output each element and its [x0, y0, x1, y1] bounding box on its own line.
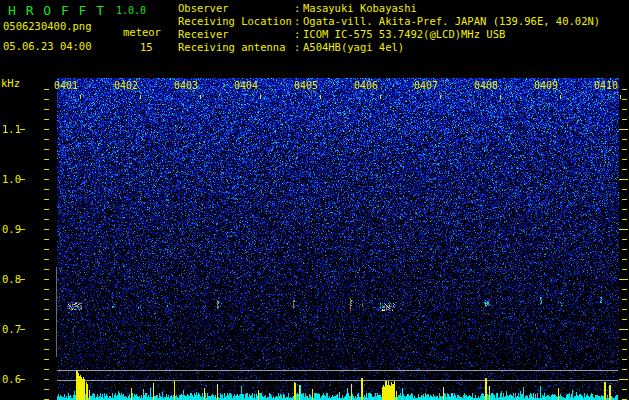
time-tick-label: 0405: [291, 80, 321, 91]
freq-minor-tick-right: [622, 269, 627, 270]
freq-minor-tick-right: [622, 249, 627, 250]
freq-minor-tick: [44, 99, 49, 100]
freq-minor-tick: [44, 209, 49, 210]
freq-minor-tick: [44, 239, 49, 240]
freq-minor-tick-right: [622, 99, 627, 100]
freq-minor-tick: [44, 199, 49, 200]
output-filename: 0506230400.png: [3, 20, 92, 32]
info-value: A504HB(yagi 4el): [303, 41, 404, 53]
info-label: Receiving Location: [178, 15, 294, 28]
freq-minor-tick-right: [622, 289, 627, 290]
time-tick: [500, 95, 501, 99]
time-tick: [140, 95, 141, 99]
freq-minor-tick: [44, 89, 49, 90]
freq-minor-tick: [44, 339, 49, 340]
freq-minor-tick: [44, 119, 49, 120]
freq-minor-tick: [44, 279, 49, 280]
freq-minor-tick-right: [622, 149, 627, 150]
freq-major-tick-right: [619, 179, 628, 180]
freq-minor-tick-right: [622, 349, 627, 350]
time-tick: [440, 95, 441, 99]
info-value: Ogata-vill. Akita-Pref. JAPAN (139.96E, …: [303, 15, 600, 27]
time-tick-label: 0406: [351, 80, 381, 91]
freq-minor-tick-right: [622, 369, 627, 370]
station-info-row: Receiver:ICOM IC-575 53.7492(@LCD)MHz US…: [178, 28, 600, 41]
info-value: Masayuki Kobayashi: [303, 2, 417, 14]
freq-tick-label: 0.6: [2, 373, 21, 385]
time-tick-label: 0410: [591, 80, 621, 91]
freq-major-tick: [20, 129, 25, 130]
freq-minor-tick-right: [622, 189, 627, 190]
observation-mode-label: meteor: [123, 26, 161, 38]
hrofft-screen: H R O F F T 1.0.0 0506230400.png meteor …: [0, 0, 629, 400]
freq-minor-tick: [44, 379, 49, 380]
freq-minor-tick-right: [622, 339, 627, 340]
freq-axis-unit-label: kHz: [1, 77, 20, 89]
freq-minor-tick: [44, 159, 49, 160]
freq-minor-tick-right: [622, 199, 627, 200]
freq-minor-tick-right: [622, 389, 627, 390]
freq-tick-label: 1.0: [2, 173, 21, 185]
freq-major-tick: [20, 379, 25, 380]
freq-major-tick-right: [619, 379, 628, 380]
station-info-row: Receiving antenna:A504HB(yagi 4el): [178, 41, 600, 54]
freq-major-tick-right: [619, 329, 628, 330]
freq-minor-tick-right: [622, 219, 627, 220]
freq-major-tick-right: [619, 129, 628, 130]
info-separator: :: [294, 2, 303, 15]
freq-minor-tick-right: [622, 309, 627, 310]
freq-major-tick: [20, 329, 25, 330]
info-label: Observer: [178, 2, 294, 15]
freq-minor-tick-right: [622, 259, 627, 260]
freq-major-tick-right: [619, 229, 628, 230]
freq-minor-tick-right: [622, 359, 627, 360]
info-separator: :: [294, 28, 303, 41]
time-tick: [380, 95, 381, 99]
freq-minor-tick: [44, 329, 49, 330]
freq-minor-tick-right: [622, 139, 627, 140]
freq-major-tick: [20, 279, 25, 280]
freq-minor-tick: [44, 309, 49, 310]
freq-minor-tick-right: [622, 239, 627, 240]
freq-tick-label: 0.7: [2, 323, 21, 335]
freq-tick-label: 0.8: [2, 273, 21, 285]
freq-minor-tick: [44, 129, 49, 130]
time-tick-label: 0407: [411, 80, 441, 91]
freq-minor-tick-right: [622, 169, 627, 170]
time-tick: [560, 95, 561, 99]
info-label: Receiving antenna: [178, 41, 294, 54]
station-info-row: Observer:Masayuki Kobayashi: [178, 2, 600, 15]
freq-minor-tick-right: [622, 89, 627, 90]
freq-minor-tick: [44, 169, 49, 170]
freq-minor-tick: [44, 319, 49, 320]
time-tick-label: 0408: [471, 80, 501, 91]
time-tick: [200, 95, 201, 99]
freq-major-tick: [20, 179, 25, 180]
app-version: 1.0.0: [116, 5, 146, 16]
freq-minor-tick: [44, 359, 49, 360]
freq-minor-tick: [44, 369, 49, 370]
meteor-count: 15: [140, 41, 153, 53]
freq-tick-label: 0.9: [2, 223, 21, 235]
time-tick: [260, 95, 261, 99]
spectrogram-canvas: [57, 78, 619, 400]
time-tick-label: 0409: [531, 80, 561, 91]
freq-major-tick-right: [619, 279, 628, 280]
freq-minor-tick-right: [622, 159, 627, 160]
info-separator: :: [294, 41, 303, 54]
freq-minor-tick: [44, 389, 49, 390]
freq-minor-tick: [44, 189, 49, 190]
freq-minor-tick-right: [622, 119, 627, 120]
freq-minor-tick: [44, 149, 49, 150]
freq-minor-tick: [44, 349, 49, 350]
info-value: ICOM IC-575 53.7492(@LCD)MHz USB: [303, 28, 505, 40]
station-info-block: Observer:Masayuki KobayashiReceiving Loc…: [178, 2, 600, 54]
freq-minor-tick-right: [622, 299, 627, 300]
info-separator: :: [294, 15, 303, 28]
level-scale-line: [56, 267, 57, 357]
freq-tick-label: 1.1: [2, 123, 21, 135]
freq-minor-tick: [44, 219, 49, 220]
time-tick: [80, 95, 81, 99]
freq-minor-tick: [44, 179, 49, 180]
freq-minor-tick: [44, 259, 49, 260]
